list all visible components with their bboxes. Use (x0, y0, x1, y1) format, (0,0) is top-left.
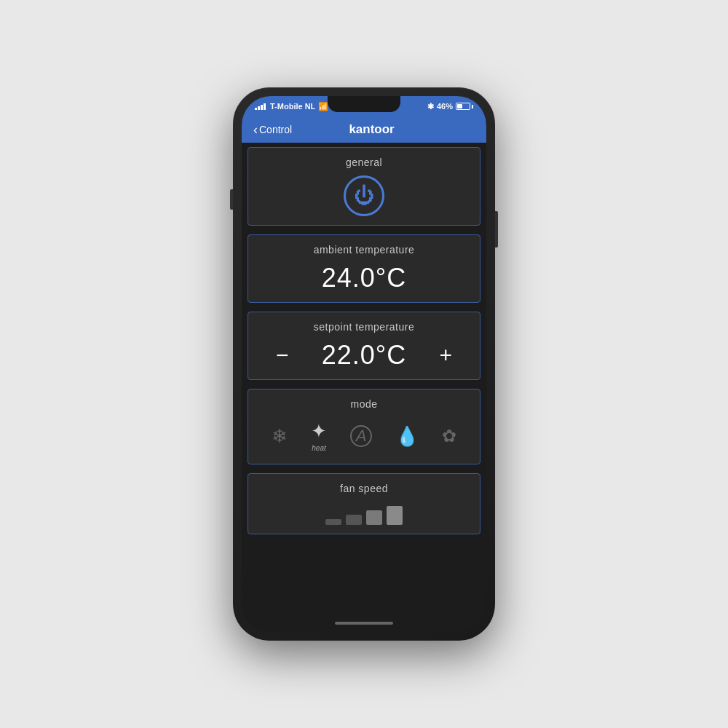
mode-auto[interactable]: A (350, 425, 372, 447)
bluetooth-icon: ✱ (427, 102, 434, 111)
home-indicator (242, 616, 486, 632)
nav-title: kantoor (349, 122, 394, 137)
fan-speed-bars (325, 506, 403, 525)
ambient-temp-label: ambient temperature (314, 244, 415, 256)
auto-icon: A (350, 425, 372, 447)
mode-fan[interactable]: ✿ (442, 426, 456, 446)
mode-label: mode (350, 398, 377, 410)
phone-screen: T-Mobile NL 📶 16:03 ✱ 46% ‹ Control (242, 96, 486, 632)
status-right: ✱ 46% (427, 102, 473, 111)
nav-back-button[interactable]: ‹ Control (253, 123, 292, 136)
fan-bar-1 (325, 519, 341, 525)
heat-icon: ✦ (311, 420, 327, 443)
signal-bar-1 (255, 108, 257, 110)
mode-cool[interactable]: ❄ (272, 425, 288, 448)
ambient-temp-card: ambient temperature 24.0°C (248, 234, 480, 303)
back-label: Control (259, 124, 292, 135)
battery-tip (472, 105, 473, 108)
general-card: general ⏻ (248, 147, 480, 226)
setpoint-row: − 22.0°C + (260, 340, 468, 371)
notch (328, 96, 400, 112)
phone-frame: T-Mobile NL 📶 16:03 ✱ 46% ‹ Control (233, 87, 495, 641)
signal-bar-2 (258, 106, 260, 110)
fan-bar-2 (346, 515, 362, 525)
power-button[interactable]: ⏻ (344, 175, 384, 216)
signal-bar-3 (261, 105, 263, 110)
setpoint-minus-button[interactable]: − (267, 340, 298, 371)
battery-body (456, 103, 470, 110)
fan-speed-card: fan speed (248, 473, 480, 534)
power-icon: ⏻ (354, 186, 374, 206)
back-chevron-icon: ‹ (253, 123, 258, 136)
signal-bar-4 (264, 103, 266, 110)
mode-row: ❄ ✦ heat A 💧 (260, 417, 468, 455)
heat-label: heat (312, 444, 325, 452)
setpoint-plus-button[interactable]: + (430, 340, 461, 371)
mode-card: mode ❄ ✦ heat A (248, 389, 480, 464)
fan-bar-3 (366, 510, 382, 525)
status-left: T-Mobile NL 📶 (255, 102, 328, 111)
setpoint-label: setpoint temperature (314, 321, 414, 333)
general-label: general (346, 157, 382, 168)
mode-dry[interactable]: 💧 (395, 425, 419, 448)
battery-indicator (456, 103, 473, 110)
home-bar (335, 622, 393, 625)
setpoint-value: 22.0°C (322, 340, 406, 371)
carrier-label: T-Mobile NL (270, 102, 315, 111)
ambient-temp-value: 24.0°C (322, 263, 406, 293)
content-area: general ⏻ ambient temperature 24.0°C set… (242, 143, 486, 616)
cool-icon: ❄ (272, 425, 288, 448)
signal-bars (255, 103, 266, 110)
nav-bar: ‹ Control kantoor (242, 116, 486, 143)
fan-speed-label: fan speed (340, 483, 388, 494)
setpoint-card: setpoint temperature − 22.0°C + (248, 312, 480, 380)
fan-icon: ✿ (442, 426, 456, 446)
dry-icon: 💧 (395, 425, 419, 448)
fan-bar-4 (387, 506, 403, 525)
mode-heat[interactable]: ✦ heat (311, 420, 327, 452)
battery-fill (457, 104, 462, 108)
battery-pct: 46% (437, 102, 453, 111)
